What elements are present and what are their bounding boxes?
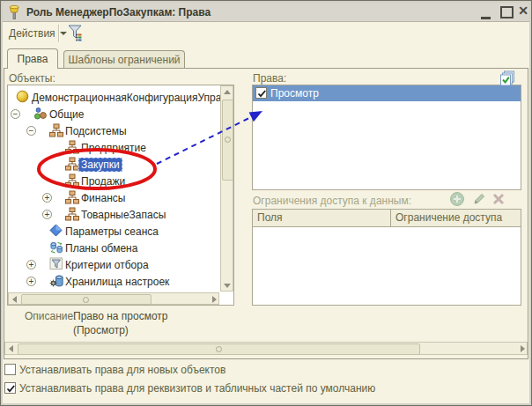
footer-checkbox-label-0: Устанавливать права для новых объектов [19, 364, 225, 376]
tree-item-1[interactable]: −Общие [8, 106, 219, 122]
description-text-line2: (Просмотр) [73, 324, 129, 336]
tree-item-label: Критерии отбора [63, 258, 151, 272]
collapse-icon[interactable]: − [26, 126, 36, 136]
subsystem-icon [65, 173, 79, 188]
scroll-left-icon[interactable] [9, 345, 13, 352]
role-rights-window: Роль МенеджерПоЗакупкам: Права ✕ Действи… [0, 0, 532, 406]
close-button[interactable]: ✕ [516, 3, 530, 18]
x-icon [491, 192, 506, 206]
thumb-grip-icon [83, 297, 89, 303]
role-icon [7, 4, 21, 20]
tree-item-label: Подсистемы [63, 124, 129, 138]
subsystem-icon [65, 157, 79, 171]
edit-restriction-button[interactable] [472, 192, 486, 206]
tree-item-label: Общие [47, 107, 86, 122]
tab-rights[interactable]: Права [7, 48, 58, 69]
tree-item-label: Хранилища настроек [63, 275, 172, 289]
add-restriction-button[interactable] [450, 192, 464, 206]
tree-item-10[interactable]: +Критерии отбора [8, 256, 219, 273]
description-label: Описание: [25, 310, 77, 322]
tree-item-0[interactable]: ДемонстрационнаяКонфигурацияУправл [8, 89, 219, 106]
toolbar-separator [58, 25, 60, 42]
tree-item-label: ТоварныеЗапасы [78, 208, 168, 222]
tree-item-9[interactable]: Планы обмена [8, 240, 219, 256]
configuration-icon [16, 90, 30, 104]
actions-menu-button[interactable]: Действия [5, 25, 70, 42]
column-header-fields[interactable]: Поля [257, 211, 283, 224]
column-header-restriction[interactable]: Ограничение доступа [395, 211, 502, 224]
tree-hscrollbar[interactable] [8, 292, 219, 305]
column-divider [390, 210, 391, 226]
rights-label: Права: [253, 72, 286, 85]
title-bar[interactable]: Роль МенеджерПоЗакупкам: Права [3, 3, 529, 22]
subsystem-icon [65, 190, 79, 204]
scroll-left-icon[interactable] [12, 296, 17, 303]
window-title: Роль МенеджерПоЗакупкам: Права [26, 6, 211, 18]
tree-item-2[interactable]: −Подсистемы [8, 122, 219, 139]
subsystem-icon [65, 140, 79, 154]
footer-checkbox-label-1: Устанавливать права для реквизитов и таб… [19, 382, 375, 395]
tree-item-label: Финансы [78, 191, 128, 205]
restrictions-table-header: Поля Ограничение доступа [253, 210, 521, 227]
thumb-grip-icon [216, 346, 222, 352]
filter-button[interactable] [67, 24, 85, 42]
subsystem-icon [49, 123, 63, 137]
tree-item-11[interactable]: +Хранилища настроек [8, 273, 219, 290]
filter-criteria-icon [49, 257, 63, 271]
expand-icon[interactable]: + [42, 193, 52, 203]
expand-icon[interactable]: + [42, 210, 52, 219]
thumb-grip-icon [225, 137, 231, 143]
form-hscroll-thumb[interactable] [18, 343, 420, 355]
exchange-plan-icon [49, 240, 63, 255]
pencil-icon [472, 192, 486, 206]
scroll-right-icon[interactable] [521, 345, 525, 352]
expand-icon[interactable]: + [26, 260, 36, 269]
tree-item-label: Закупки [78, 158, 122, 172]
scroll-down-icon[interactable] [224, 284, 231, 288]
form-hscrollbar[interactable] [4, 342, 528, 355]
tree-vscrollbar[interactable] [220, 85, 233, 292]
tree-item-label: Параметры сеанса [63, 225, 161, 239]
collapse-icon[interactable]: − [11, 109, 20, 119]
footer-checkbox-1-checked[interactable] [4, 382, 16, 394]
footer-checkbox-0-unchecked[interactable] [4, 364, 16, 375]
tree-item-3[interactable]: Предприятие [8, 139, 219, 156]
description-text-line1: Право на просмотр [73, 310, 168, 322]
settings-storage-icon [49, 274, 63, 288]
checked-checkbox[interactable] [255, 87, 267, 99]
tree-item-6[interactable]: +Финансы [8, 189, 219, 206]
restrictions-label: Ограничения доступа к данным: [253, 195, 411, 207]
tab-restriction-templates[interactable]: Шаблоны ограничений [63, 50, 185, 69]
tree-item-4-selected[interactable]: Закупки [8, 156, 219, 173]
tree-item-8[interactable]: Параметры сеанса [8, 223, 219, 240]
session-parameter-icon [49, 224, 63, 238]
chevron-down-icon [60, 32, 67, 35]
rights-item-0[interactable]: Просмотр [253, 85, 521, 101]
tree-hscroll-thumb[interactable] [21, 294, 151, 305]
delete-restriction-button[interactable] [491, 192, 506, 206]
tree-item-label: Планы обмена [63, 241, 140, 255]
maximize-button[interactable] [500, 6, 514, 18]
tree-vscroll-thumb[interactable] [222, 100, 233, 181]
objects-label: Объекты: [9, 72, 55, 85]
expand-icon[interactable]: + [26, 277, 36, 286]
common-icon [33, 107, 48, 121]
filter-icon [67, 24, 85, 42]
tree-item-5[interactable]: Продажи [8, 173, 219, 189]
tree-item-7[interactable]: +ТоварныеЗапасы [8, 206, 219, 223]
subsystem-icon [65, 207, 79, 221]
scroll-right-icon[interactable] [212, 296, 217, 303]
minimize-button[interactable] [481, 14, 491, 19]
actions-label: Действия [9, 27, 55, 40]
tree-item-label: Продажи [78, 174, 128, 188]
tree-item-label: Предприятие [78, 141, 149, 155]
tree-item-label: ДемонстрационнаяКонфигурацияУправл [29, 91, 235, 105]
scroll-up-icon[interactable] [224, 90, 231, 94]
rights-item-label: Просмотр [270, 87, 319, 100]
